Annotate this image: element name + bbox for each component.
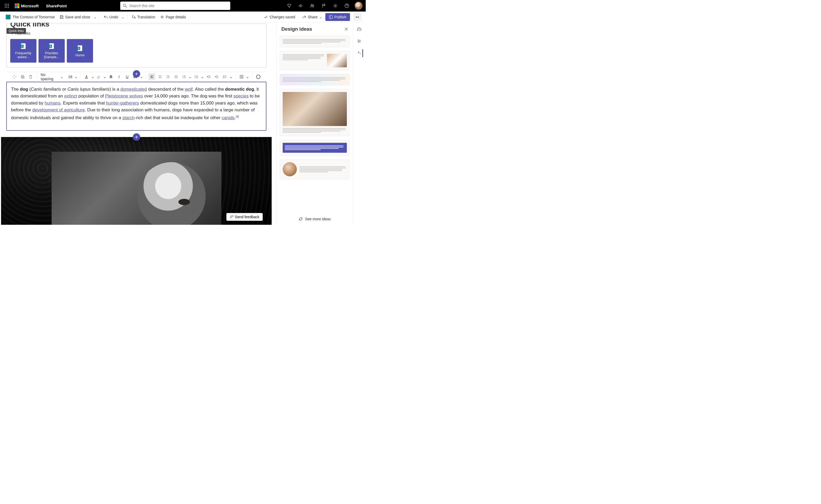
design-ideas-list[interactable]: [277, 35, 353, 214]
settings-icon[interactable]: [330, 0, 341, 12]
text-webpart[interactable]: The dog (Canis familiaris or Canis lupus…: [6, 82, 266, 131]
collapse-panel-button[interactable]: [353, 13, 362, 21]
app-name[interactable]: SharePoint: [46, 4, 67, 8]
canvas-scroll[interactable]: Quick links Quick links Add links S Freq…: [0, 23, 273, 225]
megaphone-icon[interactable]: [295, 0, 306, 12]
user-avatar[interactable]: [355, 2, 363, 10]
table-button[interactable]: [238, 73, 245, 80]
quick-link-tile[interactable]: S Frequently asked...: [10, 39, 36, 63]
reference-link[interactable]: [4]: [236, 115, 239, 118]
design-idea-card[interactable]: [280, 159, 350, 179]
link-hunter-gatherers[interactable]: hunter-gatherers: [106, 101, 139, 106]
align-center-button[interactable]: [156, 73, 163, 80]
app-launcher[interactable]: [2, 4, 12, 8]
flag-icon[interactable]: [319, 0, 329, 12]
link-canids[interactable]: canids: [222, 115, 234, 120]
design-idea-card[interactable]: [280, 74, 350, 85]
move-handle[interactable]: [11, 73, 18, 80]
search-input[interactable]: [129, 4, 228, 8]
chevron-down-icon[interactable]: ⌄: [189, 75, 192, 79]
add-section-button[interactable]: [133, 70, 140, 78]
share-button[interactable]: Share ⌄: [300, 15, 324, 19]
numbered-list-button[interactable]: 123: [193, 73, 200, 80]
align-right-button[interactable]: [165, 73, 172, 80]
design-idea-card[interactable]: [280, 51, 350, 70]
design-ideas-rail-button[interactable]: [355, 49, 363, 57]
underline-button[interactable]: U: [124, 73, 131, 80]
header-actions: [284, 0, 363, 12]
chevron-down-icon[interactable]: ⌄: [60, 75, 63, 79]
chevron-down-icon[interactable]: ⌄: [74, 75, 78, 79]
italic-button[interactable]: I: [116, 73, 123, 80]
chevron-down-icon[interactable]: ⌄: [201, 75, 204, 79]
search-box[interactable]: [120, 2, 230, 10]
chevron-down-icon[interactable]: ⌄: [246, 75, 249, 79]
quick-links-tooltip: Quick links: [7, 28, 26, 34]
people-icon[interactable]: [307, 0, 318, 12]
page-details-button[interactable]: Page details: [158, 15, 188, 19]
properties-button[interactable]: [355, 37, 363, 45]
gear-icon: [160, 15, 164, 19]
image-webpart[interactable]: Send feedback: [1, 137, 272, 225]
sliders-icon: [357, 39, 362, 43]
outdent-button[interactable]: [213, 73, 220, 80]
add-links-button[interactable]: Add links: [10, 31, 262, 35]
quick-link-tile[interactable]: S Home: [67, 39, 93, 63]
help-icon[interactable]: [342, 0, 352, 12]
premium-icon[interactable]: [284, 0, 294, 12]
design-idea-card[interactable]: [280, 140, 350, 156]
brand-text: Microsoft: [21, 4, 39, 8]
line-spacing-button[interactable]: [221, 73, 228, 80]
send-feedback-button[interactable]: Send feedback: [226, 213, 263, 221]
quick-links-title: Quick links: [10, 23, 262, 30]
chevron-down-icon[interactable]: ⌄: [103, 75, 106, 79]
design-idea-card[interactable]: [280, 36, 350, 47]
translation-button[interactable]: Translation: [130, 15, 157, 19]
duplicate-button[interactable]: [19, 73, 26, 80]
undo-icon: [104, 15, 108, 19]
close-panel-button[interactable]: [344, 27, 348, 31]
undo-chevron[interactable]: ⌄: [121, 15, 124, 19]
chevron-down-icon[interactable]: ⌄: [140, 75, 143, 79]
waffle-icon: [5, 4, 9, 8]
svg-text:3: 3: [195, 77, 195, 79]
align-justify-button[interactable]: [173, 73, 180, 80]
see-more-ideas-button[interactable]: See more ideas: [277, 214, 353, 225]
link-extinct[interactable]: extinct: [64, 94, 77, 98]
delete-button[interactable]: [27, 73, 34, 80]
bullet-list-button[interactable]: [181, 73, 188, 80]
quick-links-webpart[interactable]: Quick links Quick links Add links S Freq…: [6, 24, 266, 68]
link-wolf[interactable]: wolf: [185, 87, 193, 92]
highlight-button[interactable]: [95, 73, 102, 80]
site-breadcrumb[interactable]: The Contoso of Tomorrow: [4, 15, 56, 19]
toolbox-button[interactable]: [355, 25, 363, 33]
share-icon: [302, 15, 306, 19]
undo-button[interactable]: Undo: [102, 15, 120, 19]
sharepoint-page-icon: S: [48, 43, 55, 50]
bold-button[interactable]: B: [107, 73, 114, 80]
add-section-button[interactable]: [133, 133, 140, 141]
chevron-down-icon[interactable]: ⌄: [91, 75, 94, 79]
design-idea-card[interactable]: [280, 89, 350, 136]
align-left-button[interactable]: [148, 73, 155, 80]
save-close-button[interactable]: Save and close: [58, 15, 92, 19]
link-agriculture[interactable]: development of agriculture: [32, 107, 85, 112]
link-pleistocene[interactable]: Pleistocene wolves: [105, 94, 143, 98]
indent-button[interactable]: [205, 73, 212, 80]
close-icon: [344, 27, 348, 31]
paragraph-style-select[interactable]: No spacing: [40, 72, 59, 81]
link-species[interactable]: species: [233, 94, 249, 98]
publish-button[interactable]: Publish: [325, 13, 350, 21]
font-color-button[interactable]: [83, 73, 90, 80]
copilot-button[interactable]: [255, 73, 262, 80]
link-starch[interactable]: starch: [122, 115, 134, 120]
svg-rect-28: [22, 76, 24, 78]
svg-point-4: [7, 6, 7, 6]
link-humans[interactable]: humans: [45, 101, 61, 106]
save-close-chevron[interactable]: ⌄: [94, 15, 97, 19]
font-size-select[interactable]: 18: [67, 74, 73, 79]
quick-link-tile[interactable]: S Priorities [Sample...: [39, 39, 65, 63]
svg-point-3: [5, 6, 6, 6]
link-domesticated[interactable]: domesticated: [121, 87, 147, 92]
chevron-down-icon[interactable]: ⌄: [229, 75, 233, 79]
